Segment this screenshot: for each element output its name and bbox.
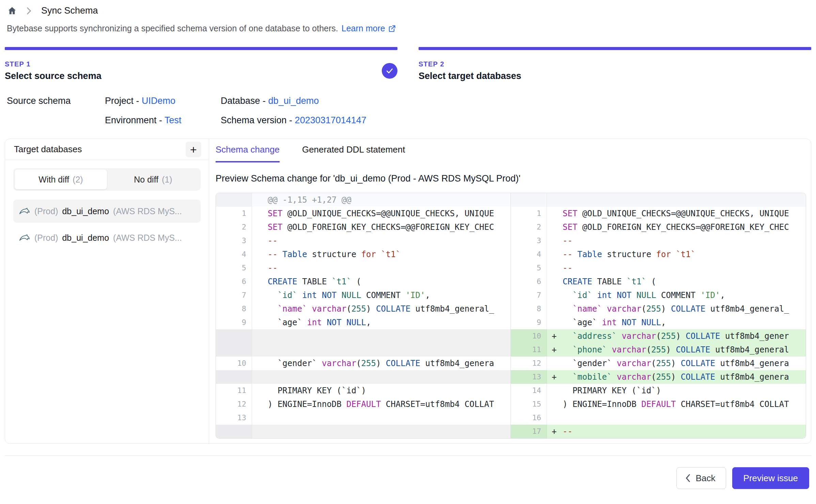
schema-version-field: Schema version - 20230317014147 [221,115,811,126]
schema-version-link[interactable]: 20230317014147 [295,115,366,125]
line-number: 15 [511,397,547,411]
diff-row: 11 PRIMARY KEY (`id`) [216,384,511,397]
line-number: 6 [511,275,547,288]
code-token: 255 [361,359,376,368]
code-token: -- [563,236,572,246]
diff-row: 13+ `mobile` varchar(255) COLLATE utf8mb… [511,370,806,384]
code-token: `t1` [381,250,401,259]
project-link[interactable]: UIDemo [142,96,175,106]
diff-marker [547,261,563,275]
tab-schema-change[interactable]: Schema change [216,144,280,162]
code-token: -- [268,250,278,259]
code-token [336,290,341,300]
tab-with-diff[interactable]: With diff (2) [15,170,107,189]
learn-more-link[interactable]: Learn more [342,23,396,33]
code-token [307,304,312,314]
diff-marker [547,397,563,411]
back-button[interactable]: Back [676,467,726,489]
code-token: ) ENGINE=InnoDB [563,399,641,409]
diff-row [216,329,511,343]
target-databases-header: Target databases + [5,139,209,160]
code-token: Table [577,250,602,259]
database-list-item[interactable]: (Prod) db_ui_demo (AWS RDS MyS... [13,200,201,223]
external-link-icon [388,25,396,33]
code-token: utf8mb4_general [710,345,789,355]
diff-marker [252,370,268,384]
code-token [631,290,636,300]
code-token: `gender` [268,359,322,368]
step-1-progress-bar [5,47,397,50]
code-token: ) [376,359,386,368]
code-line: -- [268,261,511,275]
code-token: @OLD_UNIQUE_CHECKS=@@UNIQUE_CHECKS, UNIQ… [282,209,494,218]
code-line [268,370,511,384]
preview-issue-button[interactable]: Preview issue [732,467,809,489]
target-databases-body: With diff (2) No diff (1) (Prod) db_u [5,160,209,257]
database-environment: (Prod) [34,233,58,243]
line-number: 11 [511,343,547,357]
code-token: ) [671,372,681,382]
diff-marker [252,343,268,357]
code-token: -- [268,236,278,246]
code-token: NOT NULL [622,318,661,327]
description-text: Bytebase supports synchronizing a specif… [7,23,338,33]
code-token: `t1` [332,277,351,286]
code-token: SET [268,222,282,232]
diff-marker: + [547,329,563,343]
code-token: int [307,318,322,327]
code-line: `id` int NOT NULL COMMENT 'ID', [563,288,806,302]
diff-marker [252,288,268,302]
add-target-database-button[interactable]: + [186,142,201,157]
code-token: COLLATE [676,345,710,355]
code-token: PRIMARY KEY (`id`) [268,386,366,395]
code-line: `name` varchar(255) COLLATE utf8mb4_gene… [268,302,511,316]
code-line: @@ -1,15 +1,27 @@ [268,193,511,207]
code-token: COLLATE [386,359,420,368]
home-icon[interactable] [7,6,17,15]
code-token: `name` [278,304,307,314]
diff-row: 1SET @OLD_UNIQUE_CHECKS=@@UNIQUE_CHECKS,… [216,207,511,220]
code-line: `id` int NOT NULL COMMENT 'ID', [268,288,511,302]
code-line: SET @OLD_UNIQUE_CHECKS=@@UNIQUE_CHECKS, … [563,207,806,220]
source-schema-summary: Source schema Project - UIDemo Database … [7,96,811,126]
code-token: int [597,290,612,300]
database-link[interactable]: db_ui_demo [268,96,319,106]
code-token: SET [268,209,282,218]
code-token: NULL [637,290,656,300]
code-token: utf8mb4_gener [720,331,789,341]
line-number [216,425,252,438]
line-number: 6 [216,275,252,288]
code-token [607,345,612,355]
diff-marker [252,397,268,411]
diff-pane-new[interactable]: 1SET @OLD_UNIQUE_CHECKS=@@UNIQUE_CHECKS,… [511,193,806,438]
tab-no-diff-count: (1) [162,175,172,185]
code-line: `name` varchar(255) COLLATE utf8mb4_gene… [563,302,806,316]
code-token: 255 [656,359,671,368]
code-token [322,318,327,327]
code-token [376,250,381,259]
diff-row: 10+ `address` varchar(255) COLLATE utf8m… [511,329,806,343]
code-line: ) ENGINE=InnoDB DEFAULT CHARSET=utf8mb4 … [268,397,511,411]
code-line [563,411,806,425]
diff-pane-old[interactable]: @@ -1,15 +1,27 @@1SET @OLD_UNIQUE_CHECKS… [216,193,511,438]
code-token: , [425,290,430,300]
code-token: ) ENGINE=InnoDB [268,399,346,409]
tab-generated-ddl[interactable]: Generated DDL statement [302,144,405,162]
step-complete-check-icon [382,63,397,79]
line-number: 13 [511,370,547,384]
environment-link[interactable]: Test [164,115,182,125]
code-token: -- [268,263,278,273]
code-token: ( [346,304,351,314]
tab-no-diff[interactable]: No diff (1) [107,170,199,189]
diff-row: 5-- [511,261,806,275]
database-list-item[interactable]: (Prod) db_ui_demo (AWS RDS MyS... [13,226,201,249]
diff-marker [547,384,563,397]
code-line: -- [268,234,511,248]
diff-row: 7 `id` int NOT NULL COMMENT 'ID', [511,288,806,302]
code-line: PRIMARY KEY (`id`) [563,384,806,397]
code-token: NOT NULL [327,318,366,327]
code-token: Table [282,250,307,259]
diff-marker [547,248,563,261]
code-token: COMMENT [361,290,406,300]
breadcrumb: Sync Schema [0,0,816,16]
